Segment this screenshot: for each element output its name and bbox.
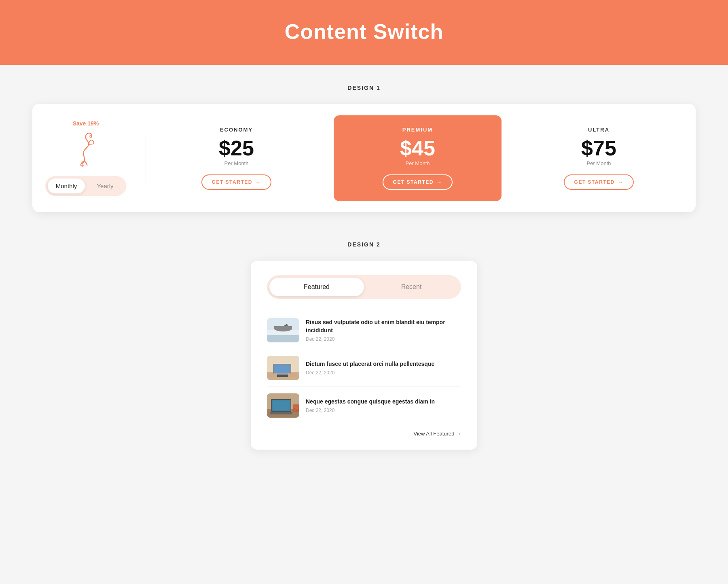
design2-card: Featured Recent Risus sed vulputate odio… [251, 261, 477, 450]
article-title: Risus sed vulputate odio ut enim blandit… [306, 319, 461, 334]
pricing-divider-2 [327, 134, 327, 183]
design2-label: DESIGN 2 [32, 241, 696, 248]
billing-toggle-section: Save 19% Monthly Yearly [45, 120, 139, 196]
main-content: DESIGN 1 Save 19% Monthly Yearly ECO [0, 65, 728, 474]
yearly-toggle-btn[interactable]: Yearly [87, 178, 124, 193]
article-title: Neque egestas congue quisque egestas dia… [306, 398, 461, 406]
article-date: Dec 22, 2020 [306, 408, 461, 413]
list-item[interactable]: Neque egestas congue quisque egestas dia… [267, 387, 461, 424]
view-all-link[interactable]: View All Featured → [267, 431, 461, 437]
premium-cta-button[interactable]: GET STARTED → [383, 174, 453, 190]
page-header: Content Switch [0, 0, 728, 65]
arrow-icon: → [618, 179, 624, 185]
list-item[interactable]: Risus sed vulputate odio ut enim blandit… [267, 312, 461, 349]
article-info: Neque egestas congue quisque egestas dia… [306, 398, 461, 413]
flamingo-icon [70, 132, 102, 168]
article-title: Dictum fusce ut placerat orci nulla pell… [306, 360, 461, 368]
article-thumbnail [267, 318, 299, 342]
ultra-plan: ULTRA $75 Per Month GET STARTED → [515, 127, 683, 190]
arrow-icon: → [437, 179, 442, 185]
article-date: Dec 22, 2020 [306, 370, 461, 376]
pricing-divider-3 [508, 134, 508, 183]
economy-plan-name: ECONOMY [220, 127, 253, 133]
ultra-plan-price: $75 [581, 138, 616, 159]
premium-plan-price: $45 [400, 138, 435, 159]
ultra-plan-period: Per Month [587, 160, 611, 166]
design1-card: Save 19% Monthly Yearly ECONOMY $25 Per … [32, 104, 696, 212]
monthly-toggle-btn[interactable]: Monthly [48, 178, 85, 193]
premium-plan-period: Per Month [406, 160, 430, 166]
arrow-icon: → [256, 179, 261, 185]
pricing-divider-1 [146, 134, 146, 183]
design2-section: DESIGN 2 Featured Recent Risus sed vulpu… [32, 241, 696, 450]
content-toggle[interactable]: Featured Recent [267, 275, 461, 299]
economy-plan: ECONOMY $25 Per Month GET STARTED → [152, 127, 320, 190]
ultra-cta-button[interactable]: GET STARTED → [564, 174, 634, 190]
billing-toggle[interactable]: Monthly Yearly [45, 176, 126, 196]
article-info: Dictum fusce ut placerat orci nulla pell… [306, 360, 461, 376]
premium-plan-name: PREMIUM [402, 127, 433, 133]
article-date: Dec 22, 2020 [306, 336, 461, 342]
economy-plan-price: $25 [219, 138, 254, 159]
premium-plan: PREMIUM $45 Per Month GET STARTED → [334, 115, 502, 201]
article-info: Risus sed vulputate odio ut enim blandit… [306, 319, 461, 342]
economy-plan-period: Per Month [224, 160, 249, 166]
page-title: Content Switch [0, 19, 728, 44]
economy-cta-button[interactable]: GET STARTED → [201, 174, 272, 190]
featured-tab-btn[interactable]: Featured [269, 278, 364, 296]
list-item[interactable]: Dictum fusce ut placerat orci nulla pell… [267, 349, 461, 387]
ultra-plan-name: ULTRA [588, 127, 609, 133]
save-badge: Save 19% [73, 120, 99, 127]
design1-label: DESIGN 1 [32, 85, 696, 91]
article-thumbnail [267, 393, 299, 418]
recent-tab-btn[interactable]: Recent [364, 278, 459, 296]
article-list: Risus sed vulputate odio ut enim blandit… [267, 312, 461, 424]
article-thumbnail [267, 356, 299, 380]
